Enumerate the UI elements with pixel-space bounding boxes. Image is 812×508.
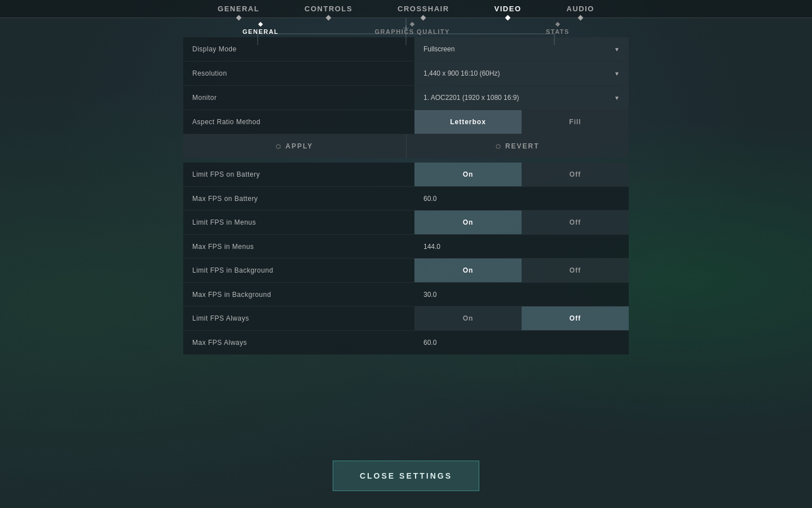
limit-fps-battery-toggle: On Off: [414, 163, 629, 186]
monitor-label: Monitor: [183, 88, 414, 107]
monitor-row: Monitor 1. AOC2201 (1920 x 1080 16:9) ▼: [183, 86, 629, 110]
max-fps-menus-value: 144.0: [414, 243, 629, 251]
aspect-letterbox-btn[interactable]: Letterbox: [414, 110, 522, 134]
max-fps-always-value: 60.0: [414, 339, 629, 347]
max-fps-battery-label: Max FPS on Battery: [183, 189, 414, 208]
resolution-row: Resolution 1,440 x 900 16:10 (60Hz) ▼: [183, 62, 629, 86]
max-fps-battery-row: Max FPS on Battery 60.0: [183, 187, 629, 211]
display-mode-dropdown[interactable]: Fullscreen ▼: [414, 37, 629, 61]
subnav-graphics-dot: [410, 22, 414, 27]
display-mode-row: Display Mode Fullscreen ▼: [183, 37, 629, 62]
nav-crosshair[interactable]: CROSSHAIR: [398, 5, 449, 17]
settings-panel: Display Mode Fullscreen ▼ Resolution 1,4…: [183, 37, 629, 359]
monitor-arrow: ▼: [614, 95, 620, 101]
subnav-graphics[interactable]: GRAPHICS QUALITY: [374, 23, 449, 35]
limit-fps-battery-row: Limit FPS on Battery On Off: [183, 163, 629, 187]
max-fps-bg-value: 30.0: [414, 291, 629, 299]
subnav-stats-dot: [555, 22, 560, 27]
display-section: Display Mode Fullscreen ▼ Resolution 1,4…: [183, 37, 629, 158]
nav-audio[interactable]: AUDIO: [567, 5, 594, 17]
nav-general[interactable]: GENERAL: [218, 5, 259, 17]
aspect-ratio-row: Aspect Ratio Method Letterbox Fill: [183, 110, 629, 134]
resolution-dropdown[interactable]: 1,440 x 900 16:10 (60Hz) ▼: [414, 62, 629, 85]
nav-controls[interactable]: CONTROLS: [304, 5, 352, 17]
limit-fps-bg-toggle: On Off: [414, 259, 629, 282]
nav-video[interactable]: VIDEO: [495, 5, 522, 17]
limit-fps-bg-label: Limit FPS in Background: [183, 261, 414, 280]
limit-fps-bg-row: Limit FPS in Background On Off: [183, 259, 629, 283]
limit-fps-bg-on[interactable]: On: [414, 259, 522, 282]
subnav-general[interactable]: GENERAL: [242, 23, 279, 35]
limit-fps-battery-label: Limit FPS on Battery: [183, 165, 414, 184]
action-row: ⬡ APPLY ⬡ REVERT: [183, 134, 629, 158]
limit-fps-battery-off[interactable]: Off: [522, 163, 629, 186]
limit-fps-menus-row: Limit FPS in Menus On Off: [183, 211, 629, 235]
display-mode-label: Display Mode: [183, 40, 414, 59]
sub-navigation-wrapper: GENERAL GRAPHICS QUALITY STATS: [183, 18, 629, 37]
limit-fps-menus-on[interactable]: On: [414, 211, 522, 234]
close-settings-button[interactable]: CLOSE SETTINGS: [333, 461, 479, 491]
max-fps-menus-label: Max FPS in Menus: [183, 237, 414, 256]
limit-fps-bg-off[interactable]: Off: [522, 259, 629, 282]
apply-btn[interactable]: ⬡ APPLY: [183, 134, 407, 158]
resolution-arrow: ▼: [614, 71, 620, 77]
max-fps-always-row: Max FPS Always 60.0: [183, 331, 629, 354]
subnav-general-dot: [258, 22, 263, 27]
max-fps-bg-label: Max FPS in Background: [183, 285, 414, 304]
limit-fps-always-row: Limit FPS Always On Off: [183, 306, 629, 331]
max-fps-always-label: Max FPS Always: [183, 333, 414, 352]
limit-fps-menus-off[interactable]: Off: [522, 211, 629, 234]
aspect-fill-btn[interactable]: Fill: [522, 110, 629, 134]
max-fps-bg-row: Max FPS in Background 30.0: [183, 283, 629, 306]
aspect-ratio-toggle-group: Letterbox Fill: [414, 110, 629, 134]
apply-icon: ⬡: [276, 143, 282, 150]
max-fps-menus-row: Max FPS in Menus 144.0: [183, 235, 629, 259]
limit-fps-menus-toggle: On Off: [414, 211, 629, 234]
display-mode-arrow: ▼: [614, 46, 620, 52]
subnav-stats[interactable]: STATS: [546, 23, 570, 35]
top-navigation: GENERAL CONTROLS CROSSHAIR VIDEO AUDIO: [0, 0, 812, 18]
aspect-ratio-label: Aspect Ratio Method: [183, 112, 414, 132]
fps-section: Limit FPS on Battery On Off Max FPS on B…: [183, 163, 629, 354]
resolution-label: Resolution: [183, 64, 414, 83]
limit-fps-always-on[interactable]: On: [414, 306, 522, 330]
sub-nav-row: GENERAL GRAPHICS QUALITY STATS: [183, 18, 629, 37]
limit-fps-menus-label: Limit FPS in Menus: [183, 213, 414, 232]
limit-fps-always-toggle: On Off: [414, 306, 629, 330]
revert-btn[interactable]: ⬡ REVERT: [407, 134, 629, 158]
max-fps-battery-value: 60.0: [414, 195, 629, 203]
close-button-wrapper: CLOSE SETTINGS: [0, 461, 812, 508]
revert-icon: ⬡: [496, 143, 502, 150]
limit-fps-always-off[interactable]: Off: [522, 306, 629, 330]
monitor-dropdown[interactable]: 1. AOC2201 (1920 x 1080 16:9) ▼: [414, 86, 629, 110]
limit-fps-always-label: Limit FPS Always: [183, 309, 414, 328]
limit-fps-battery-on[interactable]: On: [414, 163, 522, 186]
